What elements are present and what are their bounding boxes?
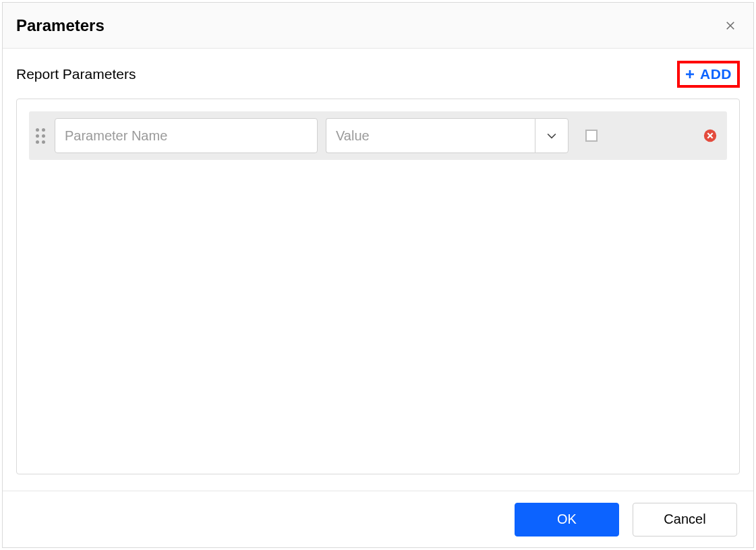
dialog-body: Report Parameters ADD: [3, 49, 753, 491]
dialog-footer: OK Cancel: [3, 491, 753, 547]
delete-icon: [703, 128, 718, 143]
close-icon: [724, 20, 736, 32]
parameter-row: [29, 111, 727, 160]
parameter-value-input[interactable]: [326, 118, 535, 153]
close-button[interactable]: [721, 16, 740, 35]
dialog-header: Parameters: [3, 3, 753, 49]
parameters-dialog: Parameters Report Parameters ADD: [2, 2, 754, 548]
value-combo: [326, 118, 569, 153]
checkbox-wrap: [577, 130, 606, 142]
parameters-list: [16, 99, 740, 474]
drag-dot-icon: [42, 128, 45, 132]
dialog-title: Parameters: [16, 16, 105, 35]
ok-button-label: OK: [557, 512, 577, 527]
add-highlight-box: ADD: [677, 61, 740, 88]
parameter-name-input[interactable]: [55, 118, 318, 153]
section-title: Report Parameters: [16, 66, 136, 82]
drag-dot-icon: [42, 140, 45, 144]
add-button[interactable]: ADD: [684, 66, 732, 82]
value-dropdown-trigger[interactable]: [535, 118, 569, 153]
chevron-down-icon: [545, 129, 558, 142]
drag-dot-icon: [36, 128, 39, 132]
drag-handle[interactable]: [34, 126, 47, 145]
plus-icon: [684, 68, 696, 80]
add-button-label: ADD: [700, 66, 732, 82]
drag-dot-icon: [36, 140, 39, 144]
parameter-checkbox[interactable]: [585, 130, 598, 142]
cancel-button-label: Cancel: [664, 512, 705, 527]
drag-dot-icon: [36, 134, 39, 138]
ok-button[interactable]: OK: [515, 503, 619, 537]
delete-row-button[interactable]: [703, 128, 718, 143]
cancel-button[interactable]: Cancel: [633, 503, 737, 537]
section-top: Report Parameters ADD: [16, 61, 740, 88]
drag-dot-icon: [42, 134, 45, 138]
